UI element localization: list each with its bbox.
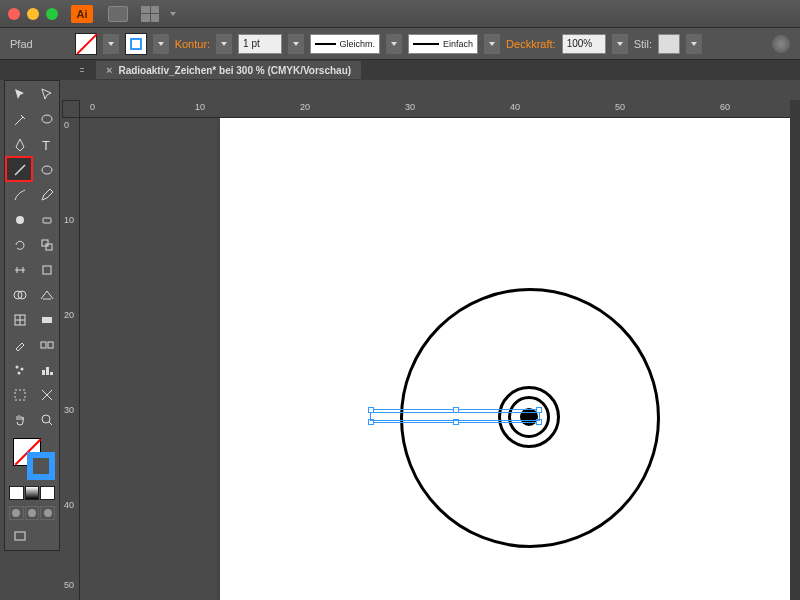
zoom-tool[interactable]	[34, 408, 60, 432]
stroke-weight-input[interactable]: 1 pt	[238, 34, 282, 54]
svg-rect-18	[42, 370, 45, 375]
gradient-tool[interactable]	[34, 308, 60, 332]
stroke-weight-dropdown[interactable]	[288, 34, 304, 54]
selection-tool[interactable]	[7, 83, 33, 107]
brush-definition[interactable]: Einfach	[408, 34, 478, 54]
graphic-style-swatch[interactable]	[658, 34, 680, 54]
ruler-origin[interactable]	[62, 100, 80, 118]
pen-tool[interactable]	[7, 133, 33, 157]
svg-line-23	[49, 422, 52, 425]
artboard-tool[interactable]	[7, 383, 33, 407]
window-maximize-button[interactable]	[46, 8, 58, 20]
document-tab-bar: × Radioaktiv_Zeichen* bei 300 % (CMYK/Vo…	[0, 60, 800, 80]
tools-panel: T	[4, 80, 60, 551]
svg-rect-6	[42, 240, 48, 246]
vertical-ruler[interactable]: 0 10 20 30 40 50	[62, 100, 80, 600]
shape-builder-tool[interactable]	[7, 283, 33, 307]
eraser-tool[interactable]	[34, 208, 60, 232]
selected-line-paths[interactable]	[370, 409, 540, 425]
opacity-dropdown[interactable]	[612, 34, 628, 54]
svg-rect-5	[43, 218, 51, 223]
window-close-button[interactable]	[8, 8, 20, 20]
svg-line-2	[15, 165, 25, 175]
document-tab-title: Radioaktiv_Zeichen* bei 300 % (CMYK/Vors…	[118, 65, 351, 76]
mesh-tool[interactable]	[7, 308, 33, 332]
color-mode-none[interactable]	[40, 486, 55, 500]
draw-normal[interactable]	[9, 506, 24, 520]
window-minimize-button[interactable]	[27, 8, 39, 20]
line-path-2[interactable]	[370, 420, 540, 421]
svg-rect-7	[46, 244, 52, 250]
svg-rect-24	[15, 532, 25, 540]
direct-selection-tool[interactable]	[34, 83, 60, 107]
pencil-tool[interactable]	[34, 183, 60, 207]
perspective-grid-tool[interactable]	[34, 283, 60, 307]
paintbrush-tool[interactable]	[7, 183, 33, 207]
svg-point-3	[42, 166, 52, 174]
draw-behind[interactable]	[25, 506, 40, 520]
dropdown-arrow-icon[interactable]	[170, 12, 176, 16]
fill-stroke-control[interactable]	[7, 436, 57, 482]
svg-rect-21	[15, 390, 25, 400]
variable-width-profile[interactable]: Gleichm.	[310, 34, 380, 54]
horizontal-ruler[interactable]: 0 10 20 30 40 50 60	[80, 100, 800, 118]
screen-mode-button[interactable]	[7, 524, 33, 548]
eyedropper-tool[interactable]	[7, 333, 33, 357]
artboard[interactable]: Abbildung: 16	[220, 118, 800, 600]
width-tool[interactable]	[7, 258, 33, 282]
line-path-1[interactable]	[370, 412, 540, 413]
column-graph-tool[interactable]	[34, 358, 60, 382]
svg-point-15	[16, 366, 19, 369]
opacity-label: Deckkraft:	[506, 38, 556, 50]
profile1-dropdown[interactable]	[386, 34, 402, 54]
color-mode-gradient[interactable]	[25, 486, 40, 500]
document-tab[interactable]: × Radioaktiv_Zeichen* bei 300 % (CMYK/Vo…	[96, 61, 361, 79]
hand-tool[interactable]	[7, 408, 33, 432]
stroke-dropdown[interactable]	[153, 34, 169, 54]
canvas-area[interactable]: Abbildung: 16	[80, 118, 800, 600]
svg-rect-13	[41, 342, 46, 348]
document-setup-icon[interactable]	[772, 35, 790, 53]
free-transform-tool[interactable]	[34, 258, 60, 282]
blob-brush-tool[interactable]	[7, 208, 33, 232]
stroke-color-swatch[interactable]	[27, 452, 55, 480]
options-bar: Pfad Kontur: 1 pt Gleichm. Einfach Deckk…	[0, 28, 800, 60]
bridge-icon[interactable]	[108, 6, 128, 22]
kontur-label: Kontur:	[175, 38, 210, 50]
line-segment-tool[interactable]	[7, 158, 33, 182]
ellipse-tool[interactable]	[34, 158, 60, 182]
fill-dropdown[interactable]	[103, 34, 119, 54]
style-dropdown[interactable]	[686, 34, 702, 54]
svg-rect-8	[43, 266, 51, 274]
svg-rect-14	[48, 342, 53, 348]
stroke-weight-stepper[interactable]	[216, 34, 232, 54]
scale-tool[interactable]	[34, 233, 60, 257]
panel-grip-icon[interactable]	[80, 68, 90, 72]
fill-swatch[interactable]	[75, 33, 97, 55]
app-badge: Ai	[71, 5, 93, 23]
svg-point-4	[16, 216, 24, 224]
blend-tool[interactable]	[34, 333, 60, 357]
collapsed-panels[interactable]	[790, 100, 800, 600]
empty-slot	[34, 524, 60, 548]
svg-point-22	[42, 415, 50, 423]
profile2-dropdown[interactable]	[484, 34, 500, 54]
arrange-documents-icon[interactable]	[141, 6, 159, 22]
type-tool[interactable]: T	[34, 133, 60, 157]
symbol-sprayer-tool[interactable]	[7, 358, 33, 382]
color-mode-row	[7, 484, 57, 502]
svg-point-17	[18, 372, 21, 375]
opacity-input[interactable]: 100%	[562, 34, 606, 54]
svg-point-0	[42, 115, 52, 123]
object-type-label: Pfad	[10, 38, 33, 50]
draw-mode-row	[7, 504, 57, 522]
rotate-tool[interactable]	[7, 233, 33, 257]
magic-wand-tool[interactable]	[7, 108, 33, 132]
draw-inside[interactable]	[40, 506, 55, 520]
close-tab-icon[interactable]: ×	[106, 64, 112, 76]
lasso-tool[interactable]	[34, 108, 60, 132]
stroke-swatch[interactable]	[125, 33, 147, 55]
color-mode-solid[interactable]	[9, 486, 24, 500]
slice-tool[interactable]	[34, 383, 60, 407]
svg-text:T: T	[42, 138, 50, 153]
